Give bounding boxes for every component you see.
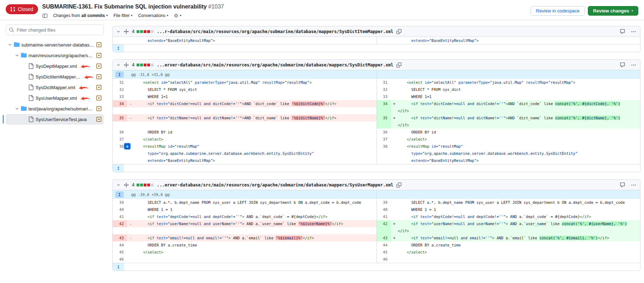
review-changes-button[interactable]: Review changes ▾ — [588, 6, 638, 16]
code-line: <resultMap id="resultMap" — [127, 143, 377, 150]
tree-folder-row[interactable]: test/java/org/apache/submarine/s... — [6, 103, 104, 114]
code-line: </select> — [391, 249, 640, 256]
chevron-down-icon: ▾ — [106, 14, 108, 17]
diff-row: </if> — [113, 121, 640, 129]
tree-folder-row[interactable]: submarine-server/server-database/... — [6, 39, 104, 50]
copy-path-button[interactable] — [396, 62, 401, 67]
filter-changed-files-input[interactable] — [6, 25, 104, 35]
deleted-line-marker: - — [129, 220, 132, 227]
file-icon — [28, 74, 34, 80]
diff-settings-dropdown[interactable]: ⚙ ▾ — [174, 13, 181, 18]
diff-row: 35- <if test="dictName!=null and dictNam… — [113, 114, 640, 121]
hunk-header-text: @@ -39,8 +39,8 @@ — [127, 190, 377, 199]
pr-header: Closed SUBMARINE-1361. Fix Submarine SQL… — [0, 0, 644, 20]
expand-diff-button[interactable] — [113, 44, 124, 52]
file-menu-button[interactable]: ⋯ — [631, 62, 637, 67]
folder-icon — [21, 106, 27, 111]
diff-row: 41 <if test="deptCode!=null and deptCode… — [113, 213, 640, 220]
diffstat-count: 4 — [132, 183, 134, 187]
annotation-arrow-icon — [80, 63, 91, 69]
line-number: 37 — [377, 136, 391, 143]
line-number: 35 — [377, 114, 391, 121]
tree-file-row[interactable]: SysUserMapper.xml — [6, 93, 104, 103]
drag-handle-icon[interactable] — [124, 29, 129, 34]
file-menu-button[interactable]: ⋯ — [631, 29, 637, 34]
tree-file-row[interactable]: SysDictMapper.xml — [6, 82, 104, 93]
file-header-actions: ⋯ — [620, 29, 637, 34]
tree-folder-row[interactable]: main/resources/org/apache/subm... — [6, 50, 104, 61]
line-number: 33 — [377, 93, 391, 100]
diffstat-square — [147, 184, 150, 186]
code-line: + <if test="email!=null and email!=''"> … — [391, 234, 640, 241]
diff-list: 4...r-database/src/main/resources/org/ap… — [107, 20, 644, 283]
code-line: type="org.apache.submarine.server.databa… — [391, 150, 640, 157]
diff-row: </if> — [113, 107, 640, 114]
file-filter-dropdown[interactable]: File filter ▾ — [113, 13, 132, 18]
code-line: </if> — [391, 227, 640, 234]
annotation-arrow-icon — [78, 84, 89, 91]
collapse-file-button[interactable] — [116, 183, 121, 187]
copy-path-button[interactable] — [396, 29, 401, 34]
diff-row: 4646 — [113, 256, 640, 263]
hunk-header-text: @@ -31,8 +31,8 @@ — [127, 70, 377, 79]
line-number: 33 — [113, 93, 127, 100]
tree-item-label: SysUserMapper.xml — [36, 96, 77, 101]
tree-item-label: submarine-server/server-database/... — [21, 42, 94, 48]
tree-file-row[interactable]: SysDeptMapper.xml — [6, 61, 104, 71]
review-in-codespace-button[interactable]: Review in codespace — [531, 6, 585, 16]
copy-icon — [396, 29, 401, 34]
comment-icon — [620, 62, 625, 67]
collapse-file-button[interactable] — [116, 63, 121, 67]
line-number: 38 — [377, 143, 391, 150]
file-comment-button[interactable] — [620, 29, 625, 34]
line-number: 34 — [113, 100, 127, 107]
drag-handle-icon[interactable] — [124, 62, 129, 67]
file-path-link[interactable]: ...erver-database/src/main/resources/org… — [157, 62, 393, 67]
tree-file-row[interactable]: SysDictItemMapper.xml — [6, 71, 104, 82]
code-line: + <if test="userName!=null and userName!… — [391, 220, 640, 227]
code-line — [127, 256, 377, 263]
line-number: 38+ — [113, 143, 127, 150]
toggle-file-tree-button[interactable] — [42, 13, 48, 18]
expand-hunk-button[interactable] — [115, 71, 124, 78]
line-number: 35 — [113, 114, 127, 121]
code-line: type="org.apache.submarine.server.databa… — [127, 150, 377, 157]
diff-row: 42- <if test="userName!=null and userNam… — [113, 220, 640, 227]
file-comment-button[interactable] — [620, 182, 625, 187]
code-line: ORDER BY a.create_time — [391, 241, 640, 249]
file-menu-button[interactable]: ⋯ — [631, 182, 637, 187]
deleted-line-marker: - — [129, 234, 132, 241]
drag-handle-icon[interactable] — [124, 183, 129, 187]
file-path-link[interactable]: ...r-database/src/main/resources/org/apa… — [157, 29, 393, 34]
commits-range-dropdown[interactable]: Changes from all commits ▾ — [53, 13, 108, 18]
changed-files-sidebar: submarine-server/server-database/...main… — [0, 20, 107, 283]
file-path-link[interactable]: ...erver-database/src/main/resources/org… — [157, 183, 393, 187]
line-number — [377, 157, 391, 164]
code-line: - <if test="dictCode!=null and dictCode!… — [127, 100, 377, 107]
changes-from-label: Changes from — [53, 13, 80, 18]
line-number: 42 — [113, 220, 127, 227]
copy-path-button[interactable] — [396, 183, 401, 187]
diff-row: 44 ORDER BY a.create_time44 ORDER BY a.c… — [113, 241, 640, 249]
chevron-down-icon: ▾ — [131, 14, 132, 17]
code-line: <select id="selectAll" parameterType="ja… — [127, 79, 377, 86]
tree-file-row[interactable]: SysUserServiceTest.java — [6, 114, 104, 125]
file-tree: submarine-server/server-database/...main… — [6, 39, 104, 125]
comment-icon — [620, 182, 625, 187]
conversations-dropdown[interactable]: Conversations ▾ — [138, 13, 168, 18]
expand-diff-button[interactable] — [113, 263, 124, 271]
chevron-down-icon — [116, 183, 121, 187]
chevron-down-icon — [116, 29, 121, 34]
expand-hunk-button[interactable] — [115, 191, 124, 198]
add-comment-button[interactable]: + — [124, 143, 131, 149]
chevron-down-icon: ▾ — [632, 10, 633, 12]
line-number: 43 — [377, 234, 391, 241]
folder-icon — [21, 53, 27, 58]
collapse-file-button[interactable] — [116, 29, 121, 34]
code-line: SELECT * FROM sys_dict — [391, 86, 640, 93]
file-comment-button[interactable] — [620, 62, 625, 67]
code-line — [391, 256, 640, 263]
file-modified-icon — [96, 74, 102, 80]
code-line: - <if test="email!=null and email!=''"> … — [127, 234, 377, 241]
expand-diff-button[interactable] — [113, 164, 124, 172]
